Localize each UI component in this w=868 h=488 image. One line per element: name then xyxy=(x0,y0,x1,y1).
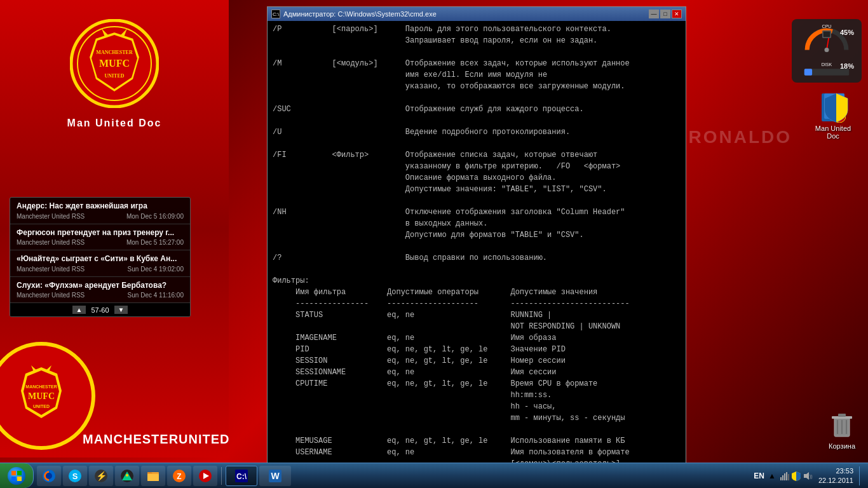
taskbar-media[interactable] xyxy=(193,466,217,486)
svg-point-40 xyxy=(126,474,128,477)
cmd-line-2: Запрашивает ввод пароля, если он не зада… xyxy=(273,35,681,46)
svg-text:⚡: ⚡ xyxy=(96,471,107,482)
cmd-line-4: имя exe/dll. Если имя модуля не xyxy=(273,69,681,81)
svg-rect-55 xyxy=(788,474,789,480)
rss-prev-button[interactable]: ▲ xyxy=(72,306,86,314)
cpu-gauge: CPU xyxy=(798,19,855,58)
systray-icons: )))) xyxy=(780,471,813,481)
cmd-title-left: C:\ Администратор: C:\Windows\System32\c… xyxy=(271,10,437,18)
taskbar-word[interactable]: W xyxy=(259,466,291,486)
cpu-percent: 45% xyxy=(840,29,854,36)
windows-logo-icon xyxy=(11,470,22,482)
cmd-line-28: mm - минуты, ss - секунды xyxy=(273,412,681,424)
rss-item-4[interactable]: Слухи: «Фулхэм» арендует Бербатова? Manc… xyxy=(10,277,190,304)
svg-rect-28 xyxy=(11,471,16,475)
cmd-line-1: /P [<пароль>] Пароль для этого пользоват… xyxy=(273,24,681,35)
cmd-line-22: PID eq, ne, gt, lt, ge, le Значение PID xyxy=(273,344,681,355)
rss-meta-1: Manchester United RSS Mon Dec 5 16:09:00 xyxy=(17,213,184,220)
svg-text:Z: Z xyxy=(177,472,181,481)
cmd-window: C:\ Администратор: C:\Windows\System32\c… xyxy=(267,6,686,464)
svg-rect-54 xyxy=(786,472,787,480)
bottom-left-logo-area: MUFC MANCHESTER UNITED MANCHESTERUNITED … xyxy=(0,336,229,463)
svg-text:MANCHESTER: MANCHESTER xyxy=(96,50,133,55)
cmd-line-spacer-4 xyxy=(273,138,681,149)
cmd-line-3: /M [<модуль>] Отображение всех задач, ко… xyxy=(273,58,681,69)
taskbar: S ⚡ xyxy=(0,463,868,488)
cmd-line-spacer-2 xyxy=(273,92,681,104)
taskbar-apps: S ⚡ xyxy=(34,466,749,486)
svg-text:MUFC: MUFC xyxy=(28,391,55,401)
svg-rect-42 xyxy=(147,474,159,481)
svg-rect-51 xyxy=(780,477,782,480)
rss-title-1: Андерс: Нас ждет важнейшая игра xyxy=(17,201,184,212)
start-orb xyxy=(8,467,25,485)
svg-rect-31 xyxy=(17,477,22,481)
cmd-line-26: hh:mm:ss. xyxy=(273,390,681,401)
cmd-line-spacer-6 xyxy=(273,241,681,252)
man-utd-logo: MUFC MANCHESTER UNITED xyxy=(70,19,159,108)
svg-point-33 xyxy=(46,473,52,479)
svg-rect-15 xyxy=(804,69,812,76)
cmd-line-27: hh - часы, xyxy=(273,401,681,412)
cmd-line-spacer-3 xyxy=(273,115,681,126)
cmd-line-30: USERNAME eq, ne Имя пользователя в форма… xyxy=(273,447,681,458)
show-desktop-button[interactable] xyxy=(859,466,863,485)
taskbar-skype[interactable]: S xyxy=(63,466,87,486)
network-icon[interactable] xyxy=(780,471,790,481)
cmd-line-8: /FI <Фильтр> Отображение списка задач, к… xyxy=(273,149,681,161)
svg-rect-29 xyxy=(17,471,22,475)
svg-text:UNITED: UNITED xyxy=(104,73,124,79)
cmd-close-button[interactable]: ✕ xyxy=(672,10,682,18)
system-clock[interactable]: 23:53 22.12.2011 xyxy=(815,466,857,485)
winamp-icon: ⚡ xyxy=(94,469,108,483)
taskbar-cmd[interactable]: C:\ xyxy=(226,466,257,486)
cmd-line-20: NOT RESPONDING | UNKNOWN xyxy=(273,321,681,332)
cmd-line-29: MEMUSAGE eq, ne, gt, lt, ge, le Использо… xyxy=(273,435,681,447)
svg-point-10 xyxy=(824,48,829,52)
pyramid-icon xyxy=(120,469,134,483)
notifications-icon[interactable]: ▲ xyxy=(767,471,777,481)
rss-title-3: «Юнайтед» сыграет с «Сити» в Кубке Ан... xyxy=(17,254,184,264)
svg-rect-53 xyxy=(784,473,785,480)
svg-rect-30 xyxy=(11,477,16,481)
man-united-doc-label: Man UnitedDoc xyxy=(815,125,851,140)
cmd-line-24: SESSIONNAME eq, ne Имя сессии xyxy=(273,367,681,378)
start-button[interactable] xyxy=(0,463,34,488)
taskbar-explorer[interactable] xyxy=(141,466,165,486)
rss-item-1[interactable]: Андерс: Нас ждет важнейшая игра Manchest… xyxy=(10,198,190,224)
gauge-widget: CPU 45% DISK 18% xyxy=(792,19,862,83)
cmd-line-13: в выходных данных. xyxy=(273,218,681,229)
taskbar-pyramid[interactable] xyxy=(115,466,139,486)
taskbar-firefox[interactable] xyxy=(37,466,61,486)
cmd-line-spacer-8 xyxy=(273,424,681,435)
cmd-minimize-button[interactable]: — xyxy=(649,10,659,18)
cmd-line-18: ---------------- -------------------- --… xyxy=(273,298,681,309)
cmd-line-12: /NH Отключение отображения заголовка "Co… xyxy=(273,207,681,218)
cmd-titlebar[interactable]: C:\ Администратор: C:\Windows\System32\c… xyxy=(268,7,686,21)
rss-next-button[interactable]: ▼ xyxy=(114,306,128,314)
skype-icon: S xyxy=(68,469,82,483)
cmd-line-23: SESSION eq, ne, gt, lt, ge, le Номер сес… xyxy=(273,355,681,367)
volume-icon[interactable]: )))) xyxy=(803,471,813,481)
rss-meta-4: Manchester United RSS Sun Dec 4 11:16:00 xyxy=(17,292,184,299)
cmd-line-21: IMAGENAME eq, ne Имя образа xyxy=(273,332,681,344)
taskbar-right: EN ▲ xyxy=(749,466,868,485)
taskbar-zonealarm[interactable]: Z xyxy=(167,466,191,486)
language-indicator: EN xyxy=(754,471,764,480)
cmd-line-spacer-7 xyxy=(273,264,681,275)
cmd-maximize-button[interactable]: □ xyxy=(660,10,670,18)
disk-percent: 18% xyxy=(840,62,854,70)
recycle-bin-icon[interactable]: Корзина xyxy=(829,410,855,450)
rss-item-3[interactable]: «Юнайтед» сыграет с «Сити» в Кубке Ан...… xyxy=(10,250,190,277)
taskbar-winamp[interactable]: ⚡ xyxy=(89,466,113,486)
big-logo-circle: MUFC MANCHESTER UNITED xyxy=(0,342,95,450)
svg-text:CPU: CPU xyxy=(822,24,832,29)
recycle-bin-img xyxy=(829,410,855,440)
cmd-line-11: Допустимые значения: "TABLE", "LIST", "C… xyxy=(273,184,681,195)
rss-item-2[interactable]: Фергюсон претендует на приз тренеру г...… xyxy=(10,224,190,251)
cmd-content[interactable]: /P [<пароль>] Пароль для этого пользоват… xyxy=(268,21,686,463)
desktop: MUFC MANCHESTER UNITED Man United Doc Ан… xyxy=(0,0,868,488)
uac-shield-icon[interactable] xyxy=(824,92,849,123)
svg-rect-12 xyxy=(824,31,831,37)
security-icon[interactable] xyxy=(791,471,801,481)
